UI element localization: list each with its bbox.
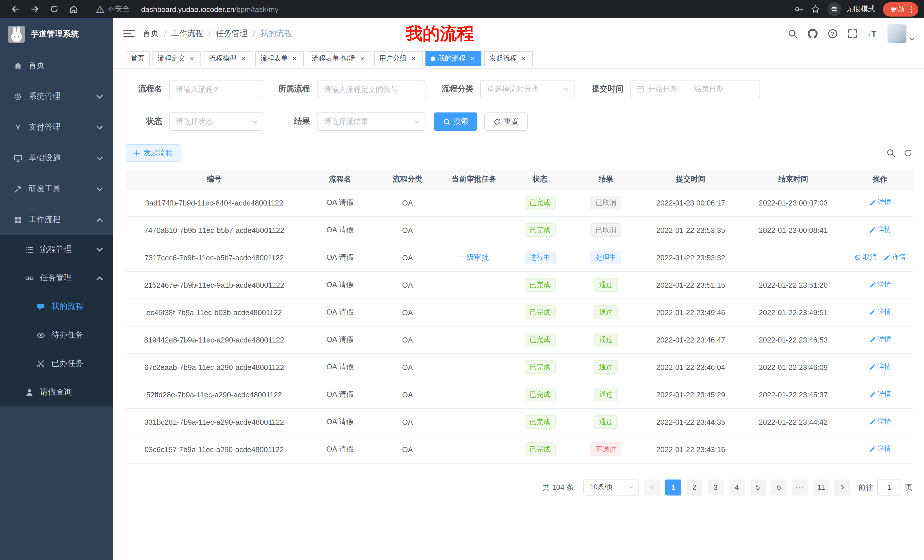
toggle-search-icon[interactable] [886, 148, 896, 157]
reset-button[interactable]: 重置 [484, 112, 528, 131]
tab-process-form-edit[interactable]: 流程表单-编辑× [307, 51, 371, 66]
cell-result: 处理中 [569, 244, 642, 271]
page-button-6[interactable]: 6 [771, 479, 787, 495]
tab-process-form[interactable]: 流程表单× [255, 51, 304, 66]
breadcrumb-separator: / [208, 29, 211, 38]
close-icon[interactable]: × [239, 54, 247, 63]
task-link[interactable]: 一级审批 [459, 253, 489, 262]
prev-page-button[interactable] [644, 479, 660, 495]
breadcrumb-item[interactable]: 任务管理 [216, 28, 248, 39]
close-icon[interactable]: × [188, 54, 196, 63]
close-icon[interactable]: × [291, 54, 298, 63]
page-button-4[interactable]: 4 [729, 479, 745, 495]
bookmark-star-icon[interactable] [811, 4, 820, 14]
tab-start-process[interactable]: 发起流程× [484, 51, 533, 66]
start-process-button[interactable]: 发起流程 [126, 144, 180, 162]
parent-process-input[interactable] [317, 80, 426, 98]
next-page-button[interactable] [834, 479, 850, 495]
detail-link[interactable]: 详情 [869, 335, 891, 344]
sidebar-item-my-process[interactable]: 我的流程 [0, 292, 113, 321]
refresh-table-icon[interactable] [903, 148, 913, 157]
submit-time-range-picker[interactable]: 开始日期 - 结束日期 [630, 80, 760, 98]
tab-home[interactable]: 首页 [126, 51, 150, 66]
jump-page-input[interactable] [877, 479, 901, 495]
detail-link[interactable]: 详情 [869, 280, 891, 290]
detail-link[interactable]: 详情 [869, 307, 891, 317]
close-icon[interactable]: × [468, 54, 476, 63]
sidebar-item-done-tasks[interactable]: 已办任务 [0, 349, 113, 378]
result-placeholder: 请选择流结果 [324, 117, 368, 127]
more-pages-button[interactable]: ··· [792, 479, 808, 495]
tab-process-model[interactable]: 流程模型× [204, 51, 252, 66]
sidebar-item-home[interactable]: 首页 [0, 50, 113, 81]
tab-process-definition[interactable]: 流程定义× [153, 51, 201, 66]
browser-menu-icon[interactable] [909, 5, 914, 13]
detail-link[interactable]: 详情 [869, 417, 891, 427]
detail-link[interactable]: 详情 [869, 362, 891, 372]
fullscreen-icon[interactable] [848, 28, 858, 39]
sidebar-item-task-management[interactable]: 任务管理 [0, 264, 113, 292]
page-button-2[interactable]: 2 [686, 479, 702, 495]
font-size-icon[interactable]: TT [867, 28, 878, 39]
search-icon[interactable] [788, 28, 798, 39]
scissors-icon [36, 359, 45, 368]
github-icon[interactable] [807, 28, 818, 39]
yen-icon: ¥ [14, 123, 22, 132]
sidebar-item-leave-query[interactable]: 请假查询 [0, 378, 113, 406]
page-button-11[interactable]: 11 [813, 479, 829, 495]
start-date-placeholder: 开始日期 [648, 84, 678, 94]
refresh-icon [494, 118, 501, 125]
sidebar-item-workflow[interactable]: 工作流程 [0, 204, 113, 235]
cell-category: OA [378, 216, 438, 244]
logo-row[interactable]: 芋道管理系统 [0, 18, 113, 50]
sidebar-toggle-icon[interactable] [123, 29, 135, 38]
column-header: 状态 [510, 169, 569, 189]
category-select[interactable]: 请选择流程分类 [480, 80, 574, 98]
help-icon[interactable]: ? [828, 28, 838, 39]
close-icon[interactable]: × [358, 54, 366, 63]
detail-link[interactable]: 详情 [869, 198, 891, 208]
breadcrumb-item[interactable]: 工作流程 [171, 28, 203, 39]
status-select[interactable]: 请选择状态 [169, 112, 263, 131]
process-name-input[interactable] [169, 80, 263, 98]
reload-icon[interactable] [50, 4, 59, 14]
search-button[interactable]: 搜索 [434, 112, 477, 131]
result-select[interactable]: 请选择流结果 [317, 112, 426, 131]
tab-label: 流程定义 [158, 54, 185, 63]
back-icon[interactable] [11, 4, 20, 14]
update-button[interactable]: 更新 [883, 2, 918, 16]
tab-user-group[interactable]: 用户分组× [374, 51, 423, 66]
forward-icon[interactable] [30, 4, 39, 14]
status-tag: 已完成 [525, 415, 555, 429]
sidebar-item-infrastructure[interactable]: 基础设施 [0, 143, 113, 174]
cell-process-name: OA 请假 [303, 298, 378, 326]
status-tag: 进行中 [525, 251, 555, 264]
filter-submit-time: 提交时间 开始日期 - 结束日期 [574, 80, 760, 98]
page-button-5[interactable]: 5 [750, 479, 766, 495]
user-menu[interactable] [888, 24, 915, 43]
tab-my-process[interactable]: 我的流程× [426, 51, 482, 66]
sidebar-item-todo-tasks[interactable]: 待办任务 [0, 321, 113, 349]
page-button-1[interactable]: 1 [665, 479, 681, 495]
close-icon[interactable]: × [520, 54, 528, 63]
cancel-link[interactable]: 取消 [854, 253, 877, 262]
page-button-3[interactable]: 3 [708, 479, 723, 495]
page-size-select[interactable]: 10条/页 [583, 479, 639, 495]
close-icon[interactable]: × [410, 54, 417, 63]
sidebar-item-process-management[interactable]: 流程管理 [0, 235, 113, 264]
detail-link[interactable]: 详情 [869, 389, 891, 399]
detail-link[interactable]: 详情 [869, 225, 891, 235]
sidebar-item-system[interactable]: 系统管理 [0, 81, 113, 112]
password-key-icon[interactable] [794, 4, 804, 14]
chevron-down-icon [252, 118, 258, 125]
detail-link[interactable]: 详情 [869, 445, 891, 454]
cell-submit-time: 2022-01-22 23:51:15 [642, 271, 739, 298]
breadcrumb-item[interactable]: 首页 [143, 28, 159, 39]
sidebar-item-payment[interactable]: ¥支付管理 [0, 112, 113, 143]
address-bar[interactable]: 不安全 dashboard.yudao.iocoder.cn/bpm/task/… [96, 4, 278, 14]
detail-link[interactable]: 详情 [884, 253, 906, 262]
browser-home-icon[interactable] [69, 4, 78, 14]
cell-result: 通过 [569, 408, 642, 436]
filter-status: 状态 请选择状态 [126, 112, 263, 131]
sidebar-item-devtools[interactable]: 研发工具 [0, 174, 113, 204]
